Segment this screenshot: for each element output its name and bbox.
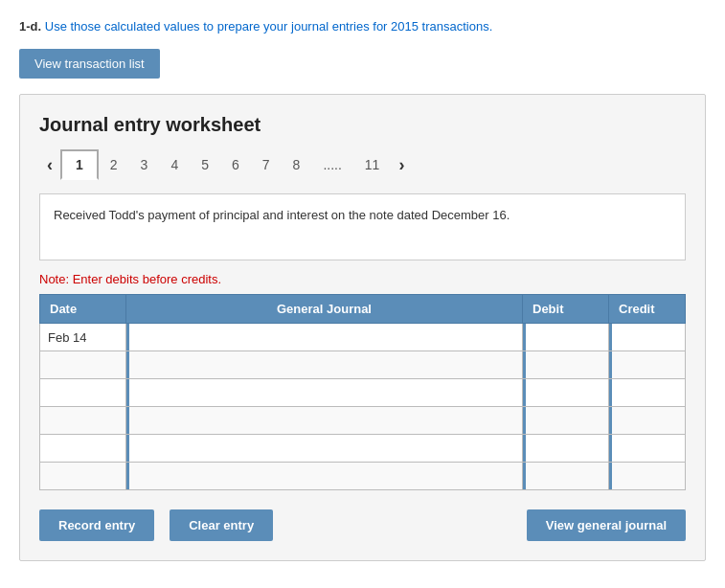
instruction-text: 1-d. Use those calculated values to prep… [19,19,706,34]
tab-next-button[interactable]: › [391,151,412,179]
description-text: Received Todd's payment of principal and… [54,208,510,222]
debit-cell-2 [523,351,609,379]
journal-cell-1 [126,324,523,351]
view-transactions-button[interactable]: View transaction list [19,49,160,79]
credit-input-2[interactable] [612,351,685,378]
tab-7[interactable]: 7 [251,151,282,178]
debit-input-1[interactable] [526,324,608,351]
journal-input-5[interactable] [129,435,522,462]
journal-cell-5 [126,435,523,463]
journal-input-6[interactable] [129,463,522,489]
credit-input-1[interactable] [612,324,685,351]
journal-input-3[interactable] [129,379,522,406]
credit-input-3[interactable] [612,379,685,406]
date-cell-2 [40,351,126,379]
col-header-journal: General Journal [126,295,523,324]
credit-cell-2 [609,351,686,379]
debit-cell-5 [523,435,609,463]
record-entry-button[interactable]: Record entry [39,509,154,541]
tab-3[interactable]: 3 [129,151,160,178]
table-row [40,463,686,490]
date-cell-5 [40,435,126,463]
debit-input-4[interactable] [526,407,608,434]
credit-input-6[interactable] [612,463,685,489]
journal-cell-6 [126,463,523,490]
table-row [40,435,686,463]
debit-cell-6 [523,463,609,490]
table-row [40,407,686,435]
note-text: Note: Enter debits before credits. [39,272,686,286]
credit-cell-5 [609,435,686,463]
tab-2[interactable]: 2 [99,151,129,178]
debit-input-5[interactable] [526,435,608,462]
tab-ellipsis: ..... [311,151,352,178]
credit-cell-4 [609,407,686,435]
tab-navigation: ‹ 1 2 3 4 5 6 7 8 ..... 11 › [39,149,686,180]
worksheet-container: Journal entry worksheet ‹ 1 2 3 4 5 6 7 … [19,94,706,561]
col-header-credit: Credit [609,295,686,324]
journal-cell-3 [126,379,523,407]
instruction-body: Use those calculated values to prepare y… [45,19,493,34]
table-row [40,351,686,379]
date-cell-3 [40,379,126,407]
date-cell-4 [40,407,126,435]
journal-table: Date General Journal Debit Credit Feb 14 [39,294,686,490]
table-row: Feb 14 [40,324,686,351]
tab-6[interactable]: 6 [220,151,251,178]
credit-cell-1 [609,324,686,351]
credit-input-5[interactable] [612,435,685,462]
debit-input-3[interactable] [526,379,608,406]
tab-1[interactable]: 1 [60,149,99,180]
journal-cell-2 [126,351,523,379]
date-cell-6 [40,463,126,490]
date-cell-1: Feb 14 [40,324,126,351]
tab-8[interactable]: 8 [282,151,312,178]
tab-prev-button[interactable]: ‹ [39,151,60,179]
debit-cell-4 [523,407,609,435]
journal-cell-4 [126,407,523,435]
instruction-prefix: 1-d. [19,19,41,34]
debit-input-6[interactable] [526,463,608,489]
tab-11[interactable]: 11 [353,151,392,178]
tab-5[interactable]: 5 [190,151,220,178]
buttons-row: Record entry Clear entry View general jo… [39,509,686,541]
journal-input-2[interactable] [129,351,522,378]
col-header-debit: Debit [523,295,609,324]
credit-input-4[interactable] [612,407,685,434]
debit-input-2[interactable] [526,351,608,378]
col-header-date: Date [40,295,126,324]
worksheet-title: Journal entry worksheet [39,114,686,136]
credit-cell-3 [609,379,686,407]
debit-cell-3 [523,379,609,407]
description-box: Received Todd's payment of principal and… [39,193,686,260]
table-row [40,379,686,407]
credit-cell-6 [609,463,686,490]
journal-input-1[interactable] [129,324,522,351]
tab-4[interactable]: 4 [159,151,190,178]
journal-input-4[interactable] [129,407,522,434]
view-general-journal-button[interactable]: View general journal [527,509,686,541]
clear-entry-button[interactable]: Clear entry [170,509,273,541]
debit-cell-1 [523,324,609,351]
